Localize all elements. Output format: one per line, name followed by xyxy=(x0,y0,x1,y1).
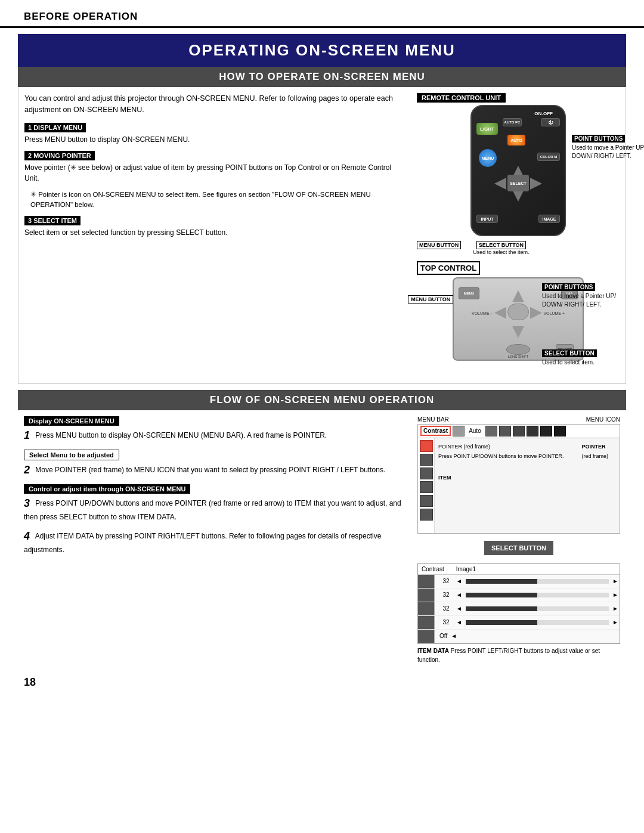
tc-dpad-up[interactable] xyxy=(512,290,524,302)
dpad-tc xyxy=(494,290,542,338)
flow-left: Display ON-SCREEN MENU 1 Press MENU butt… xyxy=(24,416,405,664)
auto-button[interactable]: AUTO xyxy=(507,135,525,145)
select-center-remote[interactable]: SELECT xyxy=(507,175,529,191)
item-arrow-right-2: ► xyxy=(612,592,618,598)
dpad-down-remote[interactable] xyxy=(512,190,524,202)
flow-step1: Display ON-SCREEN MENU 1 Press MENU butt… xyxy=(24,416,405,444)
flow-step2-text: 2 Move POINTER (red frame) to MENU ICON … xyxy=(24,462,405,478)
item-bar-1 xyxy=(466,579,609,584)
item-icon-5 xyxy=(418,630,435,643)
remote-device: ON-OFF LIGHT AUTO PC ⏻ xyxy=(470,105,566,236)
tc-point-buttons-label: POINT BUTTONS xyxy=(542,283,595,291)
menu-label-tc: MENU xyxy=(464,292,475,295)
item-arrow-left-5: ◄ xyxy=(451,633,457,639)
pointer-desc: (red frame) xyxy=(581,451,608,461)
dpad-right-remote[interactable] xyxy=(530,178,542,190)
tc-dpad-left[interactable] xyxy=(494,307,506,319)
item-arrow-right-1: ► xyxy=(612,578,618,584)
flow-step3-label: Control or adjust item through ON-SCREEN… xyxy=(24,484,190,494)
auto-pc-button[interactable]: AUTO PC xyxy=(503,118,522,126)
light-label: LIGHT xyxy=(480,126,494,132)
color-m-label: COLOR M xyxy=(540,155,557,159)
menu-content-area: POINTER (red frame) Press POINT UP/DOWN … xyxy=(435,438,620,533)
select-button-label: SELECT BUTTON xyxy=(491,544,546,552)
flow-step2-desc: Move POINTER (red frame) to MENU ICON th… xyxy=(35,465,385,473)
menu-icon-3 xyxy=(499,426,511,436)
item-icon-1 xyxy=(418,575,435,588)
step2-container: 2 MOVING POINTER Move pointer (✳ see bel… xyxy=(24,151,405,210)
input-label: INPUT xyxy=(481,217,494,221)
flow-right: MENU BAR MENU ICON Contrast Auto xyxy=(417,416,620,664)
tc-menu-btn-annotation: MENU BUTTON xyxy=(408,295,453,304)
page-number: 18 xyxy=(0,670,644,695)
remote-control-section: REMOTE CONTROL UNIT ON-OFF LIGHT AU xyxy=(417,93,620,256)
intro-text: You can control and adjust this projecto… xyxy=(24,93,405,116)
tc-point-btns-annotation: POINT BUTTONS Used to move a Pointer UP/… xyxy=(542,283,620,309)
image-label: IMAGE xyxy=(543,217,556,221)
item-bar-4 xyxy=(466,620,609,625)
select-button-diagram: SELECT BUTTON xyxy=(417,537,620,559)
flow-step3-desc: Press POINT UP/DOWN buttons and move POI… xyxy=(24,498,401,521)
how-to-left: You can control and adjust this projecto… xyxy=(24,93,405,377)
menu-icon-2 xyxy=(485,426,497,436)
item-arrow-right-3: ► xyxy=(612,605,618,612)
tc-dpad-down[interactable] xyxy=(512,326,524,338)
image-button[interactable]: IMAGE xyxy=(538,215,560,223)
input-button[interactable]: INPUT xyxy=(476,215,498,223)
item-label: ITEM xyxy=(438,473,616,482)
step1-container: 1 DISPLAY MENU Press MENU button to disp… xyxy=(24,123,405,145)
on-off-label: ON-OFF xyxy=(534,111,553,116)
main-title: OPERATING ON-SCREEN MENU xyxy=(18,41,626,60)
menu-button-remote[interactable]: MENU xyxy=(479,149,497,167)
how-to-right: REMOTE CONTROL UNIT ON-OFF LIGHT AU xyxy=(417,93,620,377)
menu-button-tc[interactable]: MENU xyxy=(459,287,479,299)
flow-step3-num: 3 xyxy=(24,497,30,509)
flow-section-header: FLOW OF ON-SCREEN MENU OPERATION xyxy=(18,390,626,410)
menu-bar-diagram-wrap: MENU BAR MENU ICON Contrast Auto xyxy=(417,416,620,534)
tc-point-buttons-desc: Used to move a Pointer UP/ DOWN/ RIGHT/ … xyxy=(542,292,620,309)
item-val-2: 32 xyxy=(437,592,455,598)
menu-bar-row: Contrast Auto xyxy=(417,424,620,438)
select-btn-label: SELECT BUTTON xyxy=(476,241,526,249)
flow-step2-label: Select Menu to be adjusted xyxy=(24,450,119,460)
step1-text: Press MENU button to display ON-SCREEN M… xyxy=(24,134,405,145)
contrast-label: Contrast xyxy=(423,428,448,434)
flow-step4-text: 4 Adjust ITEM DATA by pressing POINT RIG… xyxy=(24,528,405,555)
flow-step1-num: 1 xyxy=(24,429,30,441)
side-icon-4 xyxy=(420,481,433,493)
lens-shift-button[interactable] xyxy=(506,344,530,355)
item-data-row-4: 32 ◄ ► xyxy=(418,616,620,630)
menu-diagram-body: POINTER (red frame) Press POINT UP/DOWN … xyxy=(417,438,620,534)
item-data-diagram: Contrast Image1 32 ◄ ► 32 ◄ ► 32 ◄ xyxy=(417,563,620,644)
light-button[interactable]: LIGHT xyxy=(476,123,498,135)
color-m-button[interactable]: COLOR M xyxy=(537,153,560,161)
auto-text: Auto xyxy=(466,428,484,434)
item-icon-3 xyxy=(418,602,435,615)
select-btn-annotation: SELECT BUTTON Used to select the item. xyxy=(473,241,529,256)
power-button[interactable]: ⏻ xyxy=(541,118,560,126)
how-to-layout: You can control and adjust this projecto… xyxy=(18,87,626,383)
menu-bar-labels: MENU BAR MENU ICON xyxy=(417,416,620,423)
tc-dpad-right[interactable] xyxy=(530,307,542,319)
menu-icon-6 xyxy=(540,426,552,436)
select-btn-desc: Used to select the item. xyxy=(473,249,529,256)
side-icon-3 xyxy=(420,467,433,479)
item-data-header-right: Image1 xyxy=(456,566,476,572)
before-operation-title: BEFORE OPERATION xyxy=(24,11,138,22)
flow-layout: Display ON-SCREEN MENU 1 Press MENU butt… xyxy=(18,410,626,670)
point-buttons-desc: Used to move a Pointer UP/ DOWN/ RIGHT/ … xyxy=(572,144,644,160)
step3-container: 3 SELECT ITEM Select item or set selecte… xyxy=(24,216,405,238)
flow-step1-text: 1 Press MENU button to display ON-SCREEN… xyxy=(24,428,405,444)
dpad-left-remote[interactable] xyxy=(494,178,506,190)
pointer-red-frame-desc: Press POINT UP/DOWN buttons to move POIN… xyxy=(438,451,564,461)
item-data-annotation: ITEM DATA Press POINT LEFT/RIGHT buttons… xyxy=(417,646,620,664)
menu-btn-label: MENU BUTTON xyxy=(417,241,461,249)
item-icon-2 xyxy=(418,589,435,602)
select-center-label: SELECT xyxy=(510,181,527,185)
volume-minus-label: VOLUME – xyxy=(472,311,493,315)
menu-icon-4 xyxy=(513,426,525,436)
menu-label-remote: MENU xyxy=(482,156,494,160)
point-buttons-annotation: POINT BUTTONS Used to move a Pointer UP/… xyxy=(572,135,644,160)
item-val-1: 32 xyxy=(437,578,455,584)
flow-section-title: FLOW OF ON-SCREEN MENU OPERATION xyxy=(18,394,626,406)
